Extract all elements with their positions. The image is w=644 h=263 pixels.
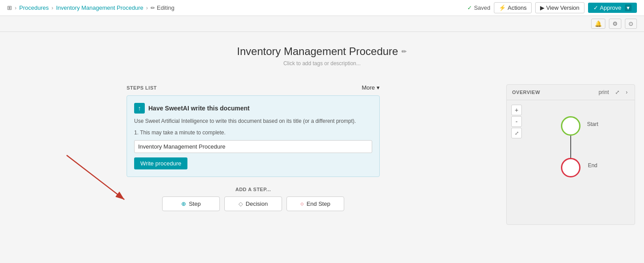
add-decision-button[interactable]: ◇ Decision	[224, 196, 282, 211]
more-label: More	[362, 84, 375, 91]
pencil-icon: ✏	[151, 5, 155, 11]
print-button[interactable]: print	[597, 88, 611, 96]
zoom-out-button[interactable]: -	[511, 116, 522, 127]
saved-text: Saved	[474, 4, 490, 11]
add-step-buttons: ⊕ Step ◇ Decision ○ End Step	[127, 196, 380, 211]
add-step-section: ADD A STEP... ⊕ Step ◇ Decision ○ End St…	[127, 182, 380, 211]
end-circle-icon: ○	[300, 200, 304, 207]
saved-status: ✓ Saved	[467, 4, 490, 11]
flowchart: Start End	[561, 107, 580, 177]
decision-diamond-icon: ◇	[239, 200, 243, 207]
bolt-icon: ⚡	[499, 4, 506, 11]
flow-arrow	[570, 136, 571, 158]
breadcrumb-sep-3: ›	[146, 4, 148, 11]
ai-icon: ↑	[134, 103, 145, 114]
icon-toolbar: 🔔 ⚙ ⊙	[0, 16, 644, 32]
decision-btn-label: Decision	[246, 200, 268, 207]
overview-header: OVERVIEW print ⤢ ›	[507, 85, 635, 100]
start-node	[561, 116, 580, 136]
globe-icon-button[interactable]: ⊙	[625, 19, 637, 29]
approve-dropdown-icon[interactable]: ▾	[625, 4, 632, 11]
zoom-fit-button[interactable]: ⤢	[511, 128, 522, 138]
main-content: STEPS LIST More ▾ ↑ Have SweetAI write t…	[0, 75, 644, 234]
step-plus-icon: ⊕	[181, 200, 186, 207]
steps-list-title: STEPS LIST	[127, 85, 157, 90]
home-icon: ⊞	[7, 4, 12, 11]
page-title-container: Inventory Management Procedure ✏	[9, 45, 635, 58]
overview-body: + - ⤢ Start End	[507, 100, 635, 224]
breadcrumb-procedures[interactable]: Procedures	[19, 4, 48, 11]
actions-button[interactable]: ⚡ Actions	[494, 2, 532, 13]
page-header: Inventory Management Procedure ✏ Click t…	[0, 32, 644, 75]
expand-right-icon-button[interactable]: ›	[624, 88, 629, 96]
breadcrumb-sep-1: ›	[15, 4, 16, 11]
steps-container: STEPS LIST More ▾ ↑ Have SweetAI write t…	[9, 84, 497, 225]
fullscreen-icon-button[interactable]: ⤢	[613, 88, 621, 96]
actions-label: Actions	[508, 4, 527, 11]
zoom-in-button[interactable]: +	[511, 105, 522, 115]
end-node	[561, 158, 580, 177]
arrow-right-icon: ▶	[540, 4, 545, 11]
steps-panel: STEPS LIST More ▾ ↑ Have SweetAI write t…	[127, 84, 380, 211]
start-node-wrapper: Start	[561, 116, 580, 136]
breadcrumb-inventory[interactable]: Inventory Management Procedure	[56, 4, 143, 11]
ai-card: ↑ Have SweetAI write this document Use S…	[127, 95, 380, 177]
approve-button[interactable]: ✓ Approve ▾	[588, 3, 637, 13]
approve-label: Approve	[600, 4, 621, 11]
bell-icon-button[interactable]: 🔔	[591, 19, 605, 29]
ai-card-header: ↑ Have SweetAI write this document	[134, 103, 372, 114]
end-step-btn-label: End Step	[306, 200, 330, 207]
overview-title: OVERVIEW	[512, 90, 540, 95]
end-label: End	[588, 162, 597, 169]
view-version-button[interactable]: ▶ View Version	[535, 2, 584, 13]
view-version-label: View Version	[546, 4, 580, 11]
end-node-wrapper: End	[561, 158, 580, 177]
check-icon: ✓	[467, 4, 472, 11]
start-label: Start	[587, 121, 598, 127]
steps-header: STEPS LIST More ▾	[127, 84, 380, 91]
chevron-down-icon: ▾	[377, 84, 380, 91]
add-end-step-button[interactable]: ○ End Step	[286, 196, 344, 211]
ai-card-title: Have SweetAI write this document	[148, 105, 250, 112]
overview-panel: OVERVIEW print ⤢ › + - ⤢ Start	[506, 84, 635, 225]
overview-actions: print ⤢ ›	[597, 88, 629, 96]
breadcrumb-sep-2: ›	[52, 4, 53, 11]
ai-card-note: 1. This may take a minute to complete.	[134, 130, 372, 136]
editing-label: Editing	[157, 4, 175, 11]
write-procedure-button[interactable]: Write procedure	[134, 157, 187, 169]
checkmark-icon: ✓	[593, 4, 598, 11]
title-edit-icon[interactable]: ✏	[402, 48, 407, 55]
more-button[interactable]: More ▾	[362, 84, 380, 91]
step-btn-label: Step	[189, 200, 201, 207]
toolbar-right: ✓ Saved ⚡ Actions ▶ View Version ✓ Appro…	[467, 2, 637, 13]
ai-card-description: Use Sweet Artificial Intelligence to wri…	[134, 117, 372, 125]
top-nav: ⊞ › Procedures › Inventory Management Pr…	[0, 0, 644, 16]
breadcrumb-editing: ✏ Editing	[151, 4, 175, 11]
breadcrumb: ⊞ › Procedures › Inventory Management Pr…	[7, 4, 175, 11]
page-title-text: Inventory Management Procedure	[237, 45, 398, 58]
ai-prompt-input[interactable]	[134, 140, 372, 153]
add-step-title: ADD A STEP...	[127, 187, 380, 192]
zoom-controls: + - ⤢	[511, 105, 522, 138]
settings-icon-button[interactable]: ⚙	[609, 19, 621, 29]
add-step-button[interactable]: ⊕ Step	[162, 196, 220, 211]
page-subtitle[interactable]: Click to add tags or description...	[9, 60, 635, 67]
